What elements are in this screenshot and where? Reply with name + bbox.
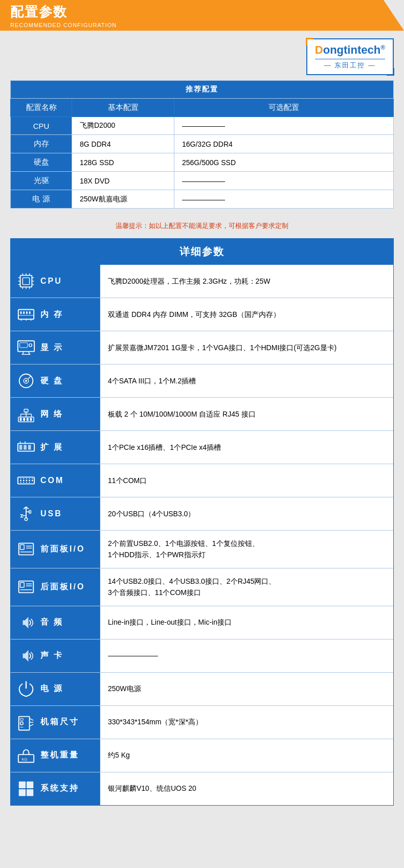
detail-value-sound-card: ———————: [100, 639, 393, 672]
detail-label-text-weight: 整机重量: [40, 750, 79, 761]
detail-label-display: 显 示: [11, 331, 100, 364]
svg-rect-34: [20, 418, 22, 421]
svg-point-60: [20, 482, 21, 483]
detail-value-hdd: 4个SATA III口，1个M.2插槽: [100, 364, 393, 397]
detail-label-com: COM: [11, 464, 100, 497]
icon-os: [16, 779, 36, 799]
svg-rect-94: [19, 789, 26, 796]
svg-text:KG: KG: [21, 757, 27, 761]
svg-line-32: [28, 376, 31, 379]
svg-rect-37: [30, 418, 32, 421]
icon-memory: [16, 304, 36, 325]
svg-rect-35: [23, 418, 25, 421]
detail-label-text-sound-card: 声 卡: [40, 650, 63, 661]
logo-area: Dongtintech® — 东田工控 —: [0, 31, 404, 80]
detail-label-cpu: CPU: [11, 265, 100, 298]
detail-value-network: 板载 2 个 10M/100M/1000M 自适应 RJ45 接口: [100, 398, 393, 430]
header-title-en: RECOMMENDED CONFIGURATION: [10, 22, 117, 28]
svg-rect-45: [19, 445, 23, 450]
rec-table-row: 光驱 18X DVD ——————: [11, 172, 394, 190]
detail-value-memory: 双通道 DDR4 内存 DIMM，可支持 32GB（国产内存）: [100, 298, 393, 331]
rec-row-optional: ——————: [174, 117, 394, 135]
svg-point-28: [29, 344, 32, 347]
rec-row-label: 光驱: [11, 172, 72, 190]
logo-text: Dongtintech®: [315, 43, 385, 57]
icon-rear-panel: [16, 577, 36, 597]
rec-table-title: 推荐配置: [11, 81, 394, 99]
icon-com: [16, 470, 36, 491]
detail-value-display: 扩展景嘉微JM7201 1G显卡，1个VGA接口、1个HDMI接口(可选2G显卡…: [100, 331, 393, 364]
detail-label-rear-io: 后面板I/O: [11, 568, 100, 606]
detail-row-hdd: 硬 盘 4个SATA III口，1个M.2插槽: [11, 364, 393, 398]
icon-usb: [16, 504, 36, 524]
recommended-config-table: 推荐配置 配置名称 基本配置 可选配置 CPU 飞腾D2000 —————— 内…: [10, 80, 394, 209]
svg-point-85: [20, 722, 24, 725]
detail-row-rear-io: 后面板I/O 14个USB2.0接口、4个USB3.0接口、2个RJ45网口、3…: [11, 568, 393, 606]
rec-table-row: 硬盘 128G SSD 256G/500G SSD: [11, 153, 394, 172]
col-name-header: 配置名称: [11, 99, 72, 117]
detail-value-front-io: 2个前置USB2.0、1个电源按钮、1个复位按钮、1个HDD指示、1个PWR指示…: [100, 531, 393, 568]
icon-audio: [16, 612, 36, 633]
svg-line-89: [30, 724, 34, 726]
rec-row-optional: 256G/500G SSD: [174, 153, 394, 172]
detail-label-text-os: 系统支持: [40, 783, 79, 794]
detail-row-memory: 内 存 双通道 DDR4 内存 DIMM，可支持 32GB（国产内存）: [11, 298, 393, 331]
svg-rect-79: [20, 583, 25, 588]
detail-row-os: 系统支持 银河麒麟V10、统信UOS 20: [11, 772, 393, 805]
detail-value-usb: 20个USB口（4个USB3.0）: [100, 497, 393, 530]
svg-rect-92: [19, 781, 26, 788]
icon-expand: [16, 437, 36, 458]
svg-rect-18: [26, 311, 28, 314]
detail-row-usb: USB 20个USB口（4个USB3.0）: [11, 497, 393, 531]
detail-label-text-rear-io: 后面板I/O: [40, 582, 85, 592]
detail-row-power: 电 源 250W电源: [11, 673, 393, 706]
detail-table-title: 详细参数: [11, 239, 393, 265]
detail-label-network: 网 络: [11, 398, 100, 430]
detail-row-display: 显 示 扩展景嘉微JM7201 1G显卡，1个VGA接口、1个HDMI接口(可选…: [11, 331, 393, 364]
detail-row-cpu: CPU 飞腾D2000处理器，工作主频 2.3GHz，功耗：25W: [11, 265, 393, 298]
rec-row-label: 硬盘: [11, 153, 72, 172]
svg-point-54: [29, 480, 30, 482]
detail-label-text-display: 显 示: [40, 342, 63, 353]
header-title-cn: 配置参数: [10, 4, 68, 19]
detail-value-weight: 约5 Kg: [100, 739, 393, 772]
detail-value-cpu: 飞腾D2000处理器，工作主频 2.3GHz，功耗：25W: [100, 265, 393, 298]
svg-point-31: [25, 380, 27, 382]
svg-point-59: [29, 478, 30, 479]
svg-point-55: [32, 480, 33, 482]
icon-front-panel: [16, 539, 36, 559]
detail-label-expand: 扩 展: [11, 431, 100, 464]
logo-box: Dongtintech® — 东田工控 —: [306, 38, 394, 75]
rec-row-basic: 18X DVD: [72, 172, 174, 190]
rec-row-optional: 16G/32G DDR4: [174, 135, 394, 153]
icon-network: [16, 404, 36, 424]
detail-row-audio: 音 频 Line-in接口，Line-out接口，Mic-in接口: [11, 606, 393, 639]
svg-rect-84: [20, 718, 24, 720]
detail-label-text-memory: 内 存: [40, 309, 63, 320]
detail-row-chassis: 机箱尺寸 330*343*154mm（宽*深*高）: [11, 706, 393, 739]
detail-row-com: COM 11个COM口: [11, 464, 393, 497]
svg-rect-27: [20, 343, 28, 348]
detail-label-text-network: 网 络: [40, 409, 63, 420]
rec-table-row: 内存 8G DDR4 16G/32G DDR4: [11, 135, 394, 153]
detail-label-text-usb: USB: [40, 509, 62, 518]
svg-rect-95: [27, 789, 33, 796]
rec-row-optional: ——————: [174, 190, 394, 209]
svg-rect-93: [27, 781, 33, 788]
svg-point-51: [20, 480, 21, 482]
col-basic-header: 基本配置: [72, 99, 174, 117]
svg-point-61: [23, 482, 24, 483]
detail-row-network: 网 络 板载 2 个 10M/100M/1000M 自适应 RJ45 接口: [11, 398, 393, 431]
svg-rect-36: [27, 418, 29, 421]
detail-value-audio: Line-in接口，Line-out接口，Mic-in接口: [100, 606, 393, 639]
svg-line-87: [30, 718, 34, 720]
detail-label-chassis: 机箱尺寸: [11, 706, 100, 739]
detail-label-text-hdd: 硬 盘: [40, 376, 63, 386]
rec-row-label: CPU: [11, 117, 72, 135]
rec-row-optional: ——————: [174, 172, 394, 190]
detail-value-expand: 1个PCIe x16插槽、1个PCIe x4插槽: [100, 431, 393, 464]
rec-row-label: 电 源: [11, 190, 72, 209]
svg-point-57: [23, 478, 24, 479]
logo-subtext: — 东田工控 —: [315, 59, 385, 70]
detail-row-sound-card: 声 卡 ———————: [11, 639, 393, 673]
